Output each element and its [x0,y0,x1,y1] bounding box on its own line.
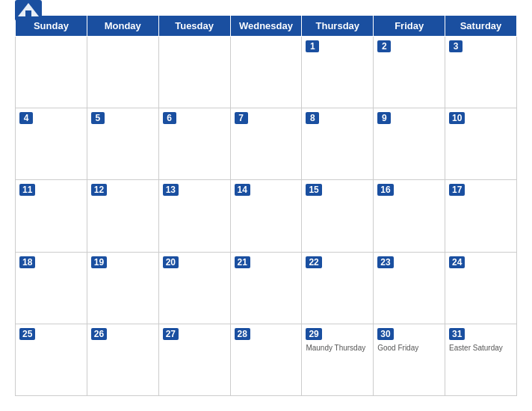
day-number: 12 [91,184,107,196]
calendar-header [15,7,517,10]
calendar-cell: 4 [16,108,87,180]
day-number: 20 [163,256,179,268]
day-number: 23 [377,256,393,268]
calendar-cell: 10 [445,108,517,180]
weekday-header-thursday: Thursday [302,16,374,37]
calendar-week-row: 18192021222324 [16,252,517,324]
day-number: 21 [235,256,250,268]
calendar-cell: 9 [374,108,445,180]
calendar-cell: 16 [374,180,445,252]
calendar-cell [230,37,302,108]
calendar-cell: 22 [302,252,374,324]
calendar-cell [16,37,87,108]
calendar-cell: 6 [158,108,230,180]
day-number: 30 [377,328,393,340]
calendar-cell: 28 [230,324,302,395]
calendar-cell: 29Maundy Thursday [302,324,374,395]
calendar-cell: 17 [445,180,517,252]
calendar-cell: 13 [158,180,230,252]
day-number: 31 [449,328,465,340]
day-number: 8 [306,112,319,124]
calendar-cell: 31Easter Saturday [445,324,517,395]
calendar-cell: 26 [87,324,158,395]
day-number: 19 [91,256,107,268]
holiday-label: Maundy Thursday [306,343,369,353]
calendar-cell: 3 [445,37,517,108]
calendar-cell: 18 [16,252,87,324]
calendar-cell: 12 [87,180,158,252]
calendar-week-row: 123 [16,37,517,108]
day-number: 4 [19,112,33,124]
weekday-header-wednesday: Wednesday [230,16,302,37]
day-number: 9 [377,112,391,124]
day-number: 27 [163,328,179,340]
calendar-cell: 7 [230,108,302,180]
weekday-header-monday: Monday [87,16,158,37]
day-number: 5 [91,112,105,124]
calendar-cell: 20 [158,252,230,324]
calendar-week-row: 2526272829Maundy Thursday30Good Friday31… [16,324,517,395]
calendar-week-row: 11121314151617 [16,180,517,252]
weekday-header-row: SundayMondayTuesdayWednesdayThursdayFrid… [16,16,517,37]
day-number: 7 [235,112,248,124]
weekday-header-friday: Friday [374,16,445,37]
calendar-cell: 19 [87,252,158,324]
day-number: 25 [19,328,35,340]
calendar-cell: 1 [302,37,374,108]
day-number: 29 [306,328,321,340]
day-number: 18 [19,256,35,268]
day-number: 24 [449,256,465,268]
day-number: 26 [91,328,107,340]
weekday-header-saturday: Saturday [445,16,517,37]
svg-rect-2 [25,10,31,16]
calendar-cell: 15 [302,180,374,252]
day-number: 15 [306,184,321,196]
calendar-week-row: 45678910 [16,108,517,180]
holiday-label: Easter Saturday [449,343,513,353]
calendar-cell [158,37,230,108]
calendar-cell: 21 [230,252,302,324]
calendar-cell: 25 [16,324,87,395]
calendar-table: SundayMondayTuesdayWednesdayThursdayFrid… [15,15,517,396]
day-number: 16 [377,184,393,196]
calendar-cell: 30Good Friday [374,324,445,395]
calendar-cell: 24 [445,252,517,324]
day-number: 11 [19,184,35,196]
day-number: 13 [163,184,179,196]
calendar-cell: 2 [374,37,445,108]
calendar-cell: 8 [302,108,374,180]
holiday-label: Good Friday [377,343,441,353]
day-number: 2 [377,40,391,52]
day-number: 1 [306,40,319,52]
weekday-header-tuesday: Tuesday [158,16,230,37]
calendar-cell: 11 [16,180,87,252]
calendar-cell: 27 [158,324,230,395]
day-number: 22 [306,256,321,268]
day-number: 28 [235,328,250,340]
calendar-cell: 23 [374,252,445,324]
generalblue-logo [15,0,42,21]
day-number: 3 [449,40,463,52]
calendar-cell [87,37,158,108]
calendar-cell: 14 [230,180,302,252]
day-number: 10 [449,112,465,124]
day-number: 6 [163,112,176,124]
day-number: 17 [449,184,465,196]
day-number: 14 [235,184,250,196]
logo-icon [15,0,42,21]
calendar-cell: 5 [87,108,158,180]
